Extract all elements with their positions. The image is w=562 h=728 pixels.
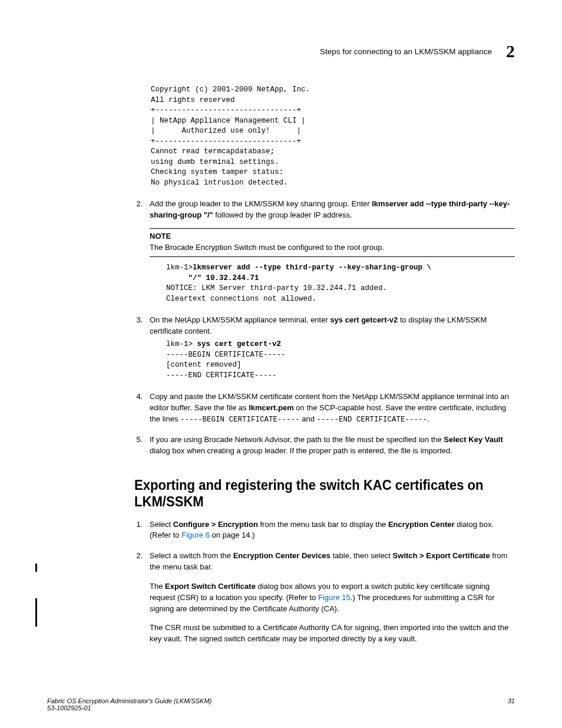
footer-doc-title: Fabric OS Encryption Administrator's Gui… [47,697,211,704]
section-heading: Exporting and registering the switch KAC… [134,477,515,510]
header-title: Steps for connecting to an LKM/SSKM appl… [320,47,492,56]
chapter-number: 2 [506,41,515,61]
link-figure-15[interactable]: Figure 15 [318,593,351,602]
code-block-banner: Copyright (c) 2001-2009 NetApp, Inc. All… [151,85,515,188]
code-block-cert: lkm-1> sys cert getcert-v2 -----BEGIN CE… [166,340,515,381]
step-3: On the NetApp LKM/SSKM appliance termina… [145,315,515,381]
section-steps: Select Configure > Encryption from the m… [134,519,515,645]
sec-step-1: Select Configure > Encryption from the m… [145,519,515,542]
page-header: Steps for connecting to an LKM/SSKM appl… [47,41,515,61]
page-number: 31 [508,697,515,711]
change-bar-icon [35,598,37,627]
footer-doc-id: 53-1002925-01 [47,704,211,711]
step-4: Copy and paste the LKM/SSKM certificate … [145,391,515,425]
code-block-lkmserver: lkm-1>lkmserver add --type third-party -… [166,263,515,304]
steps-list: Add the group leader to the LKM/SSKM key… [134,199,515,457]
step-5: If you are using Brocade Network Advisor… [145,434,515,457]
sec-step-2: Select a switch from the Encryption Cent… [145,551,515,645]
note-label: NOTE [150,231,515,242]
note-text: The Brocade Encryption Switch must be co… [150,242,515,253]
page-footer: Fabric OS Encryption Administrator's Gui… [47,697,515,711]
step-2: Add the group leader to the LKM/SSKM key… [145,199,515,304]
note-block: NOTE The Brocade Encryption Switch must … [150,228,515,258]
cmd-getcert: sys cert getcert-v2 [330,315,398,324]
link-figure-6[interactable]: Figure 6 [181,531,210,539]
csr-paragraph: The CSR must be submitted to a Certifica… [150,622,515,645]
change-bar-icon [35,564,37,572]
